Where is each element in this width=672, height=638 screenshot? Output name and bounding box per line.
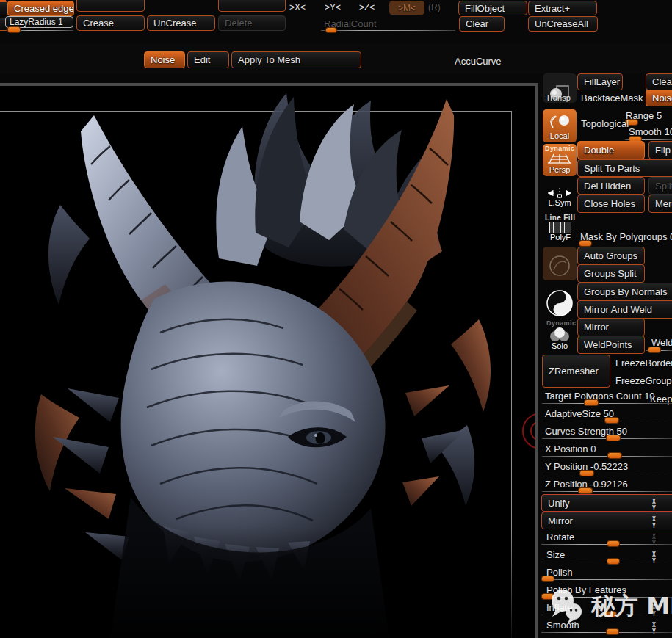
persp-label: Persp [549, 165, 571, 174]
accucurve-label[interactable]: AccuCurve [455, 56, 502, 67]
radial-label: (R) [428, 2, 441, 12]
backface-mask-button[interactable]: BackfaceMask [581, 93, 643, 104]
smooth-deform-handle[interactable] [607, 629, 618, 634]
clear-button[interactable]: Clear [459, 16, 505, 32]
del-hidden-button[interactable]: Del Hidden [577, 177, 645, 195]
polyf-toggle[interactable]: PolyF [546, 221, 574, 242]
topological-button[interactable]: Topological [581, 118, 629, 129]
blank-button-1[interactable] [76, 0, 145, 12]
y-position-handle[interactable] [580, 471, 593, 476]
polyf-grid-icon [549, 222, 571, 233]
adaptive-size-handle[interactable] [605, 418, 618, 423]
mirror-axis-icons[interactable]: X Y [652, 516, 672, 529]
groups-split-button[interactable]: Groups Split [577, 264, 645, 283]
mirror-z-button[interactable]: >Z< [359, 2, 375, 12]
mirror-y-button[interactable]: >Y< [325, 2, 341, 12]
flip-button[interactable]: Flip [648, 141, 672, 159]
size-axis-icons[interactable]: X Y [652, 551, 672, 565]
groups-by-normals-button[interactable]: Groups By Normals [577, 283, 672, 301]
ghost-toggle[interactable] [544, 285, 575, 317]
z-position-track[interactable] [542, 491, 672, 492]
unify-label: Unify [548, 498, 570, 509]
lazy-radius-slider[interactable]: LazyRadius 1 [5, 16, 73, 28]
mirror-m-button[interactable]: >M< [389, 1, 424, 15]
noise-toggle-button[interactable]: Noise [144, 51, 185, 68]
crease-button[interactable]: Crease [76, 15, 145, 31]
dynamic-label-top: Dynamic [545, 145, 574, 152]
solo-toggle[interactable]: Solo [544, 325, 575, 350]
split-to-parts-button[interactable]: Split To Parts [577, 159, 672, 177]
zremesher-button[interactable]: ZRemesher [542, 355, 610, 388]
freeze-border-button[interactable]: FreezeBorder [615, 358, 672, 369]
apply-to-mesh-button[interactable]: Apply To Mesh [231, 51, 361, 68]
solo-icon [547, 327, 572, 341]
target-polygons-track[interactable] [542, 403, 672, 404]
rotate-axis-icons[interactable]: X Y [652, 534, 672, 547]
watermark: 秘方 MIF [548, 587, 672, 626]
unify-axis-icons[interactable]: X Y [652, 499, 672, 512]
merge-button[interactable]: Merg [648, 195, 672, 213]
split-hidden-button[interactable]: Split [648, 177, 672, 195]
weld-points-button[interactable]: WeldPoints [577, 336, 645, 354]
edit-button[interactable]: Edit [187, 51, 229, 68]
extract-plus-button[interactable]: Extract+ [528, 1, 597, 15]
rotate-handle[interactable] [607, 541, 619, 546]
creased-edges-button[interactable]: Creased edges [7, 1, 74, 16]
y-position-track[interactable] [542, 474, 672, 474]
lsym-icon [546, 188, 573, 198]
mirror-x-button[interactable]: >X< [289, 2, 306, 12]
x-position-label: X Position 0 [545, 443, 596, 454]
uncrease-button[interactable]: UnCrease [147, 15, 215, 31]
size-track[interactable] [541, 562, 672, 562]
polish-track[interactable] [541, 579, 672, 580]
x-position-track[interactable] [542, 456, 672, 457]
curves-strength-handle[interactable] [607, 435, 620, 441]
persp-grid-icon [546, 151, 573, 164]
close-holes-button[interactable]: Close Holes [577, 195, 645, 213]
size-handle[interactable] [607, 559, 619, 564]
mirror-and-weld-button[interactable]: Mirror And Weld [577, 300, 672, 319]
mask-by-polygroups-track[interactable] [579, 244, 672, 244]
dragon-sculpt [0, 86, 535, 638]
x-position-handle[interactable] [608, 453, 621, 458]
double-button[interactable]: Double [577, 141, 645, 159]
noise-surface-button[interactable]: Noise [646, 90, 672, 106]
local-label: Local [550, 131, 569, 140]
lsym-label: L.Sym [548, 198, 571, 207]
lazy-radius-handle[interactable] [8, 27, 20, 32]
frame-toggle[interactable] [543, 247, 577, 280]
radial-count-handle[interactable] [326, 28, 336, 32]
frame-circle-icon [547, 253, 572, 280]
size-slider-label: Size [546, 549, 565, 560]
mirror-deform-label: Mirror [548, 515, 573, 526]
canvas-border-right [535, 83, 538, 638]
uncrease-all-button[interactable]: UnCreaseAll [528, 16, 598, 32]
clear-layer-button[interactable]: Clear [646, 73, 672, 90]
blank-button-2[interactable] [218, 0, 286, 12]
radial-count-track[interactable] [321, 30, 455, 31]
polish-handle[interactable] [542, 576, 554, 581]
rotate-track[interactable] [541, 544, 672, 545]
cut-orange-fragment [0, 0, 6, 2]
z-position-handle[interactable] [579, 488, 592, 493]
target-polygons-handle[interactable] [585, 400, 598, 405]
transp-label: Transp [546, 93, 571, 102]
fill-layer-button[interactable]: FillLayer [577, 73, 623, 90]
solo-label: Solo [552, 341, 568, 350]
sculpt-viewport[interactable] [0, 86, 535, 638]
mask-by-polygroups-handle[interactable] [579, 241, 591, 246]
fill-object-button[interactable]: FillObject [458, 1, 527, 15]
lsym-toggle[interactable]: L.Sym [543, 182, 577, 207]
target-polygons-label: Target Polygons Count 10 [545, 391, 655, 402]
local-toggle[interactable]: Local [543, 109, 577, 142]
rotate-slider-label: Rotate [546, 532, 574, 543]
weld-slider-label: Weld [651, 337, 672, 348]
freeze-groups-button[interactable]: FreezeGroups [615, 375, 672, 386]
mirror-button[interactable]: Mirror [577, 318, 645, 336]
smooth-slider-label: Smooth 10 [629, 126, 672, 137]
delete-button[interactable]: Delete [218, 15, 286, 31]
polyf-label: PolyF [550, 233, 571, 242]
weld-handle[interactable] [648, 347, 660, 352]
zbrush-window: Creased edges >X< >Y< >Z< >M< (R) FillOb… [0, 0, 672, 638]
auto-groups-button[interactable]: Auto Groups [577, 247, 645, 265]
